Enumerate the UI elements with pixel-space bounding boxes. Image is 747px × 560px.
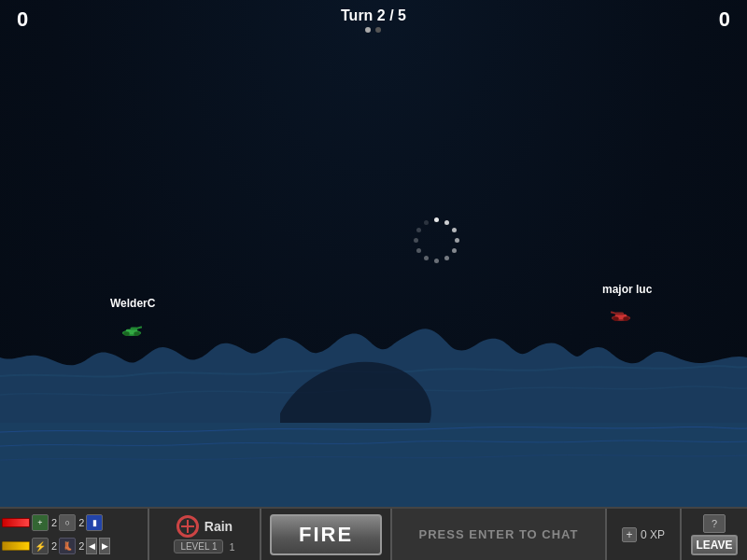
svg-point-7 bbox=[424, 256, 429, 260]
svg-point-6 bbox=[434, 259, 439, 263]
crosshair-icon bbox=[176, 515, 199, 538]
svg-point-2 bbox=[452, 228, 457, 232]
hud-chat-area[interactable]: PRESS ENTER TO CHAT bbox=[392, 509, 607, 560]
weapon-level: LEVEL 1 bbox=[174, 539, 223, 553]
svg-point-9 bbox=[414, 238, 418, 243]
svg-point-11 bbox=[424, 220, 429, 225]
player-label-majorluc: major luc bbox=[602, 283, 652, 296]
chat-placeholder: PRESS ENTER TO CHAT bbox=[419, 527, 579, 541]
leave-button[interactable]: LEAVE bbox=[691, 535, 738, 555]
hud-weapon-panel: Rain LEVEL 1 1 bbox=[149, 509, 261, 560]
xp-plus-icon[interactable]: + bbox=[622, 527, 637, 542]
svg-point-4 bbox=[452, 248, 457, 253]
hud-leave-area: ? LEAVE bbox=[682, 509, 747, 560]
tank-green bbox=[121, 325, 142, 336]
hud-row-2: ⚡ 2 👢 2 ◀ ▶ bbox=[2, 535, 146, 559]
terrain bbox=[0, 301, 747, 507]
svg-point-1 bbox=[444, 220, 449, 225]
turn-dot-1 bbox=[366, 27, 372, 33]
item-slash[interactable]: ⚡ bbox=[32, 538, 49, 554]
hp-bar-yellow bbox=[2, 541, 30, 551]
svg-point-10 bbox=[416, 228, 421, 232]
item-plus-count: 2 bbox=[51, 517, 57, 528]
xp-display: 0 XP bbox=[641, 528, 665, 541]
player-label-welderc: WelderC bbox=[110, 297, 155, 310]
hud-xp-area: + 0 XP bbox=[607, 509, 682, 560]
item-boots[interactable]: 👢 bbox=[59, 538, 76, 554]
svg-point-22 bbox=[613, 316, 618, 321]
item-boots-count: 2 bbox=[78, 540, 84, 552]
svg-point-8 bbox=[416, 248, 421, 253]
item-blue[interactable]: ▮ bbox=[86, 514, 103, 531]
help-button[interactable]: ? bbox=[703, 514, 726, 533]
nav-arrow-left[interactable]: ◀ bbox=[86, 538, 97, 554]
svg-point-16 bbox=[123, 331, 129, 336]
svg-point-17 bbox=[134, 331, 139, 336]
svg-point-5 bbox=[444, 256, 449, 260]
score-left: 0 bbox=[17, 7, 28, 32]
item-slash-count: 2 bbox=[51, 540, 57, 552]
item-circle[interactable]: ○ bbox=[59, 514, 76, 531]
nav-arrow-right[interactable]: ▶ bbox=[99, 538, 110, 554]
weapon-name: Rain bbox=[204, 519, 233, 534]
item-plus[interactable]: + bbox=[32, 514, 49, 531]
hp-bar bbox=[2, 518, 30, 527]
svg-point-0 bbox=[434, 217, 439, 222]
item-circle-count: 2 bbox=[78, 517, 84, 528]
game-area: 0 0 Turn 2 / 5 bbox=[0, 0, 747, 507]
loading-circle bbox=[411, 215, 462, 266]
tank-red bbox=[611, 310, 631, 321]
hud-left-panel: + 2 ○ 2 ▮ ⚡ 2 👢 2 ◀ ▶ bbox=[0, 509, 149, 560]
hud: + 2 ○ 2 ▮ ⚡ 2 👢 2 ◀ ▶ Rain LEVEL 1 1 F bbox=[0, 507, 747, 560]
svg-point-23 bbox=[623, 316, 628, 321]
turn-indicator: Turn 2 / 5 bbox=[341, 7, 406, 33]
weapon-count: 1 bbox=[229, 541, 234, 553]
svg-point-3 bbox=[455, 238, 459, 243]
turn-dot-2 bbox=[376, 27, 382, 33]
hud-fire-area: FIRE bbox=[261, 509, 392, 560]
score-right: 0 bbox=[719, 7, 730, 32]
hud-row-1: + 2 ○ 2 ▮ bbox=[2, 511, 146, 535]
fire-button[interactable]: FIRE bbox=[270, 514, 382, 555]
